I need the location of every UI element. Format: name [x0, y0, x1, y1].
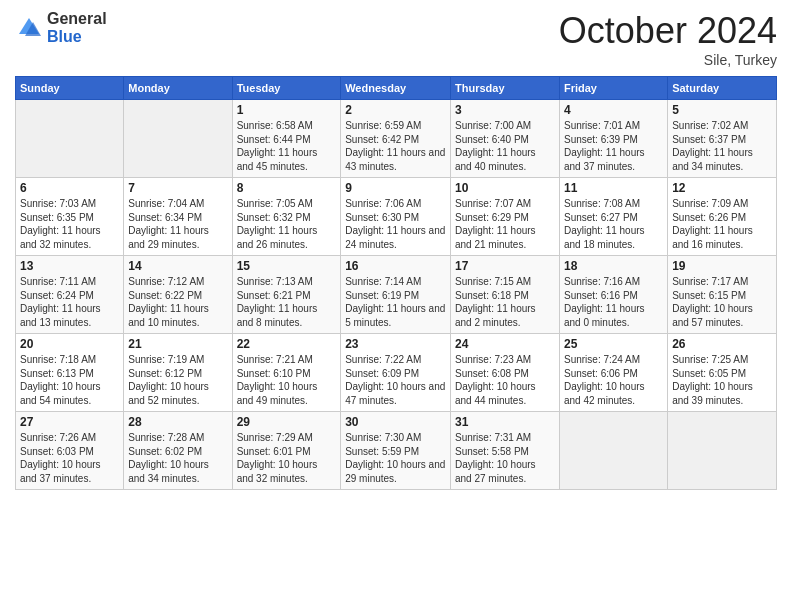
- day-number: 31: [455, 415, 555, 429]
- logo-text: General Blue: [47, 10, 107, 45]
- day-cell: 19Sunrise: 7:17 AMSunset: 6:15 PMDayligh…: [668, 256, 777, 334]
- day-cell: 28Sunrise: 7:28 AMSunset: 6:02 PMDayligh…: [124, 412, 232, 490]
- day-cell: 25Sunrise: 7:24 AMSunset: 6:06 PMDayligh…: [559, 334, 667, 412]
- day-cell: 14Sunrise: 7:12 AMSunset: 6:22 PMDayligh…: [124, 256, 232, 334]
- day-cell: 13Sunrise: 7:11 AMSunset: 6:24 PMDayligh…: [16, 256, 124, 334]
- logo-blue: Blue: [47, 28, 107, 46]
- day-cell: 16Sunrise: 7:14 AMSunset: 6:19 PMDayligh…: [341, 256, 451, 334]
- day-info: Sunrise: 7:05 AMSunset: 6:32 PMDaylight:…: [237, 197, 337, 251]
- day-cell: 8Sunrise: 7:05 AMSunset: 6:32 PMDaylight…: [232, 178, 341, 256]
- day-info: Sunrise: 7:23 AMSunset: 6:08 PMDaylight:…: [455, 353, 555, 407]
- day-number: 8: [237, 181, 337, 195]
- day-cell: 27Sunrise: 7:26 AMSunset: 6:03 PMDayligh…: [16, 412, 124, 490]
- page: General Blue October 2024 Sile, Turkey S…: [0, 0, 792, 612]
- title-area: October 2024 Sile, Turkey: [559, 10, 777, 68]
- logo: General Blue: [15, 10, 107, 45]
- day-cell: 11Sunrise: 7:08 AMSunset: 6:27 PMDayligh…: [559, 178, 667, 256]
- day-number: 20: [20, 337, 119, 351]
- day-info: Sunrise: 7:03 AMSunset: 6:35 PMDaylight:…: [20, 197, 119, 251]
- day-number: 6: [20, 181, 119, 195]
- logo-icon: [15, 14, 43, 42]
- day-cell: 29Sunrise: 7:29 AMSunset: 6:01 PMDayligh…: [232, 412, 341, 490]
- col-header-monday: Monday: [124, 77, 232, 100]
- day-cell: [124, 100, 232, 178]
- day-info: Sunrise: 6:59 AMSunset: 6:42 PMDaylight:…: [345, 119, 446, 173]
- week-row-3: 13Sunrise: 7:11 AMSunset: 6:24 PMDayligh…: [16, 256, 777, 334]
- logo-general: General: [47, 10, 107, 28]
- day-number: 12: [672, 181, 772, 195]
- week-row-4: 20Sunrise: 7:18 AMSunset: 6:13 PMDayligh…: [16, 334, 777, 412]
- day-info: Sunrise: 7:13 AMSunset: 6:21 PMDaylight:…: [237, 275, 337, 329]
- col-header-sunday: Sunday: [16, 77, 124, 100]
- location-subtitle: Sile, Turkey: [559, 52, 777, 68]
- day-cell: 6Sunrise: 7:03 AMSunset: 6:35 PMDaylight…: [16, 178, 124, 256]
- day-cell: 26Sunrise: 7:25 AMSunset: 6:05 PMDayligh…: [668, 334, 777, 412]
- day-info: Sunrise: 7:21 AMSunset: 6:10 PMDaylight:…: [237, 353, 337, 407]
- month-title: October 2024: [559, 10, 777, 52]
- day-cell: 2Sunrise: 6:59 AMSunset: 6:42 PMDaylight…: [341, 100, 451, 178]
- day-cell: 31Sunrise: 7:31 AMSunset: 5:58 PMDayligh…: [451, 412, 560, 490]
- day-info: Sunrise: 7:25 AMSunset: 6:05 PMDaylight:…: [672, 353, 772, 407]
- day-info: Sunrise: 7:18 AMSunset: 6:13 PMDaylight:…: [20, 353, 119, 407]
- col-header-thursday: Thursday: [451, 77, 560, 100]
- day-info: Sunrise: 7:15 AMSunset: 6:18 PMDaylight:…: [455, 275, 555, 329]
- col-header-wednesday: Wednesday: [341, 77, 451, 100]
- day-number: 10: [455, 181, 555, 195]
- day-info: Sunrise: 6:58 AMSunset: 6:44 PMDaylight:…: [237, 119, 337, 173]
- day-info: Sunrise: 7:09 AMSunset: 6:26 PMDaylight:…: [672, 197, 772, 251]
- day-info: Sunrise: 7:04 AMSunset: 6:34 PMDaylight:…: [128, 197, 227, 251]
- day-info: Sunrise: 7:22 AMSunset: 6:09 PMDaylight:…: [345, 353, 446, 407]
- day-number: 29: [237, 415, 337, 429]
- day-info: Sunrise: 7:31 AMSunset: 5:58 PMDaylight:…: [455, 431, 555, 485]
- header: General Blue October 2024 Sile, Turkey: [15, 10, 777, 68]
- day-cell: 5Sunrise: 7:02 AMSunset: 6:37 PMDaylight…: [668, 100, 777, 178]
- day-info: Sunrise: 7:11 AMSunset: 6:24 PMDaylight:…: [20, 275, 119, 329]
- day-cell: 20Sunrise: 7:18 AMSunset: 6:13 PMDayligh…: [16, 334, 124, 412]
- day-number: 22: [237, 337, 337, 351]
- col-header-tuesday: Tuesday: [232, 77, 341, 100]
- week-row-5: 27Sunrise: 7:26 AMSunset: 6:03 PMDayligh…: [16, 412, 777, 490]
- header-row: SundayMondayTuesdayWednesdayThursdayFrid…: [16, 77, 777, 100]
- day-number: 3: [455, 103, 555, 117]
- day-cell: 30Sunrise: 7:30 AMSunset: 5:59 PMDayligh…: [341, 412, 451, 490]
- day-number: 26: [672, 337, 772, 351]
- day-cell: 22Sunrise: 7:21 AMSunset: 6:10 PMDayligh…: [232, 334, 341, 412]
- day-number: 5: [672, 103, 772, 117]
- day-number: 14: [128, 259, 227, 273]
- day-info: Sunrise: 7:01 AMSunset: 6:39 PMDaylight:…: [564, 119, 663, 173]
- day-info: Sunrise: 7:28 AMSunset: 6:02 PMDaylight:…: [128, 431, 227, 485]
- day-info: Sunrise: 7:17 AMSunset: 6:15 PMDaylight:…: [672, 275, 772, 329]
- day-cell: 3Sunrise: 7:00 AMSunset: 6:40 PMDaylight…: [451, 100, 560, 178]
- day-number: 4: [564, 103, 663, 117]
- day-info: Sunrise: 7:29 AMSunset: 6:01 PMDaylight:…: [237, 431, 337, 485]
- day-info: Sunrise: 7:12 AMSunset: 6:22 PMDaylight:…: [128, 275, 227, 329]
- day-cell: [16, 100, 124, 178]
- day-info: Sunrise: 7:00 AMSunset: 6:40 PMDaylight:…: [455, 119, 555, 173]
- day-cell: 9Sunrise: 7:06 AMSunset: 6:30 PMDaylight…: [341, 178, 451, 256]
- day-cell: 7Sunrise: 7:04 AMSunset: 6:34 PMDaylight…: [124, 178, 232, 256]
- day-info: Sunrise: 7:19 AMSunset: 6:12 PMDaylight:…: [128, 353, 227, 407]
- day-info: Sunrise: 7:24 AMSunset: 6:06 PMDaylight:…: [564, 353, 663, 407]
- day-info: Sunrise: 7:14 AMSunset: 6:19 PMDaylight:…: [345, 275, 446, 329]
- day-cell: 17Sunrise: 7:15 AMSunset: 6:18 PMDayligh…: [451, 256, 560, 334]
- day-number: 21: [128, 337, 227, 351]
- day-number: 27: [20, 415, 119, 429]
- day-number: 23: [345, 337, 446, 351]
- day-cell: 18Sunrise: 7:16 AMSunset: 6:16 PMDayligh…: [559, 256, 667, 334]
- col-header-saturday: Saturday: [668, 77, 777, 100]
- day-number: 25: [564, 337, 663, 351]
- day-info: Sunrise: 7:16 AMSunset: 6:16 PMDaylight:…: [564, 275, 663, 329]
- day-number: 24: [455, 337, 555, 351]
- day-number: 28: [128, 415, 227, 429]
- day-number: 19: [672, 259, 772, 273]
- day-number: 13: [20, 259, 119, 273]
- day-cell: 10Sunrise: 7:07 AMSunset: 6:29 PMDayligh…: [451, 178, 560, 256]
- day-cell: [668, 412, 777, 490]
- day-cell: 24Sunrise: 7:23 AMSunset: 6:08 PMDayligh…: [451, 334, 560, 412]
- col-header-friday: Friday: [559, 77, 667, 100]
- day-cell: [559, 412, 667, 490]
- day-info: Sunrise: 7:30 AMSunset: 5:59 PMDaylight:…: [345, 431, 446, 485]
- day-number: 17: [455, 259, 555, 273]
- day-info: Sunrise: 7:07 AMSunset: 6:29 PMDaylight:…: [455, 197, 555, 251]
- day-cell: 4Sunrise: 7:01 AMSunset: 6:39 PMDaylight…: [559, 100, 667, 178]
